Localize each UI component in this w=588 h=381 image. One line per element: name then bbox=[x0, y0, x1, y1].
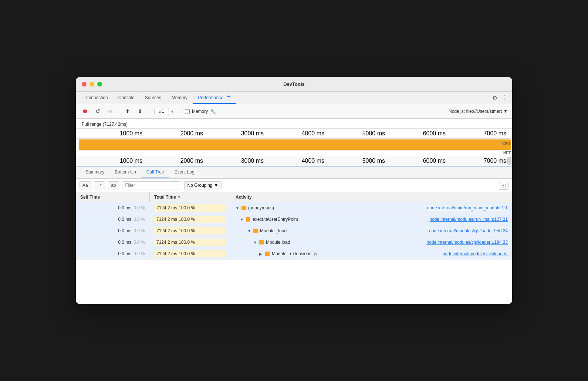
timeline-ruler-bottom: 1000 ms 2000 ms 3000 ms 4000 ms 5000 ms … bbox=[76, 156, 512, 166]
toolbar-separator-3 bbox=[178, 108, 178, 115]
traffic-lights bbox=[82, 82, 102, 87]
ruler-mark-b2: 2000 ms bbox=[180, 158, 203, 164]
upload-button[interactable]: ⬆ bbox=[123, 107, 132, 116]
ruler-mark-4: 4000 ms bbox=[302, 130, 324, 137]
activity-link-2[interactable]: node:internal/modules/cjs/loader:950:24 bbox=[429, 228, 508, 233]
record-id-area: ▼ bbox=[154, 108, 174, 115]
td-total-time-1: 7124.2 ms 100.0 % bbox=[150, 214, 231, 225]
expand-arrow-4[interactable]: ▶ bbox=[259, 252, 263, 256]
clear-button[interactable]: ⊘ bbox=[105, 107, 115, 116]
tab-performance[interactable]: Performance ⚗ bbox=[193, 92, 236, 104]
ruler-mark-b4: 4000 ms bbox=[302, 158, 324, 164]
td-activity-3: ▼ Module.load node:internal/modules/cjs/… bbox=[231, 237, 512, 248]
table-row[interactable]: 0.0 ms 0.0 % 7124.2 ms 100.0 % ▼ Module.… bbox=[76, 225, 512, 237]
sort-arrow: ▼ bbox=[178, 195, 181, 199]
expand-arrow-3[interactable]: ▼ bbox=[253, 240, 257, 245]
color-box-3 bbox=[259, 240, 264, 245]
ruler-mark-b6: 6000 ms bbox=[423, 158, 446, 164]
ruler-mark-2: 2000 ms bbox=[180, 130, 203, 137]
tab-event-log[interactable]: Event Log bbox=[169, 166, 200, 178]
toolbar-right: Node.js: file:///Users/stmart ▼ bbox=[449, 109, 508, 114]
title-bar: DevTools bbox=[76, 77, 512, 92]
table-row[interactable]: 0.0 ms 0.0 % 7124.2 ms 100.0 % ▼ execute… bbox=[76, 214, 512, 225]
aa-filter-button[interactable]: Aa bbox=[80, 181, 91, 189]
tab-call-tree[interactable]: Call Tree bbox=[141, 166, 169, 178]
tab-memory[interactable]: Memory bbox=[166, 92, 193, 104]
memory-tool-icon: 🔧 bbox=[210, 109, 216, 114]
activity-link-3[interactable]: node:internal/modules/cjs/loader:1194:33 bbox=[427, 240, 508, 245]
td-self-time-2: 0.0 ms 0.0 % bbox=[76, 225, 150, 236]
activity-link-4[interactable]: node:internal/modules/cjs/loader: bbox=[443, 251, 508, 256]
grouping-dropdown[interactable]: No Grouping ▼ bbox=[184, 181, 222, 189]
th-activity: Activity bbox=[231, 192, 512, 202]
td-total-time-2: 7124.2 ms 100.0 % bbox=[150, 225, 231, 236]
grouping-arrow: ▼ bbox=[214, 183, 219, 188]
node-selector[interactable]: Node.js: file:///Users/stmart ▼ bbox=[449, 109, 508, 114]
ruler-mark-3: 3000 ms bbox=[241, 130, 264, 137]
scrollbar-thumb[interactable] bbox=[507, 157, 511, 165]
minimize-button[interactable] bbox=[89, 82, 94, 87]
th-self-time: Self Time bbox=[76, 192, 150, 202]
maximize-button[interactable] bbox=[97, 82, 102, 87]
toolbar: ⏺ ↺ ⊘ ⬆ ⬇ ▼ Memory 🔧 Node.js: file:///Us… bbox=[76, 104, 512, 119]
color-box-4 bbox=[265, 252, 270, 256]
total-bar-0: 7124.2 ms 100.0 % bbox=[154, 204, 226, 212]
timeline-ruler-top: 1000 ms 2000 ms 3000 ms 4000 ms 5000 ms … bbox=[76, 129, 512, 139]
expand-arrow-1[interactable]: ▼ bbox=[240, 218, 244, 222]
color-box-0 bbox=[241, 206, 246, 210]
table-row[interactable]: 0.0 ms 0.0 % 7124.2 ms 100.0 % ▶ Module.… bbox=[76, 248, 512, 260]
download-button[interactable]: ⬇ bbox=[135, 107, 145, 116]
ruler-mark-1: 1000 ms bbox=[120, 130, 142, 137]
ruler-mark-5: 5000 ms bbox=[362, 130, 385, 137]
node-dropdown-arrow: ▼ bbox=[503, 109, 508, 114]
total-bar-3: 7124.2 ms 100.0 % bbox=[154, 239, 226, 246]
td-self-time-0: 0.0 ms 0.0 % bbox=[76, 202, 150, 213]
close-button[interactable] bbox=[82, 82, 87, 87]
regex-filter-button[interactable]: .* bbox=[94, 181, 105, 189]
record-dropdown-arrow[interactable]: ▼ bbox=[170, 109, 174, 114]
timeline-range-header: Full range (7127.42ms) bbox=[76, 119, 512, 129]
filter-bar: Aa .* ab No Grouping ▼ ⊡ bbox=[76, 179, 512, 192]
activity-link-1[interactable]: node:internal/modules/run_main:127:31 bbox=[430, 217, 508, 222]
memory-checkbox[interactable] bbox=[185, 109, 190, 114]
color-box-1 bbox=[246, 217, 250, 222]
tab-bottom-up[interactable]: Bottom-Up bbox=[109, 166, 141, 178]
devtools-window: DevTools Connection Console Sources Memo… bbox=[76, 77, 512, 304]
th-total-time[interactable]: Total Time ▼ bbox=[150, 192, 231, 202]
table-row[interactable]: 0.0 ms 0.0 % 7124.2 ms 100.0 % ▼ Module.… bbox=[76, 237, 512, 248]
tab-sources[interactable]: Sources bbox=[140, 92, 166, 104]
tab-summary[interactable]: Summary bbox=[80, 166, 109, 178]
td-self-time-4: 0.0 ms 0.0 % bbox=[76, 248, 150, 259]
td-total-time-3: 7124.2 ms 100.0 % bbox=[150, 237, 231, 248]
memory-label: Memory bbox=[192, 109, 208, 114]
flask-icon: ⚗ bbox=[226, 95, 231, 100]
record-button[interactable]: ⏺ bbox=[80, 107, 90, 116]
td-self-time-1: 0.0 ms 0.0 % bbox=[76, 214, 150, 225]
table-row[interactable]: 0.0 ms 0.0 % 7124.2 ms 100.0 % ▼ (anonym… bbox=[76, 202, 512, 214]
total-bar-1: 7124.2 ms 100.0 % bbox=[154, 216, 226, 223]
case-filter-button[interactable]: ab bbox=[108, 181, 119, 189]
toolbar-separator-1 bbox=[119, 108, 119, 115]
tab-console[interactable]: Console bbox=[113, 92, 140, 104]
node-label: Node.js: file:///Users/stmart bbox=[449, 109, 502, 114]
range-label: Full range (7127.42ms) bbox=[82, 122, 128, 127]
color-box-2 bbox=[253, 229, 258, 233]
activity-link-0[interactable]: node:internal/main/run_main_module:1:1 bbox=[427, 205, 508, 210]
td-self-time-3: 0.0 ms 0.0 % bbox=[76, 237, 150, 248]
ruler-mark-b3: 3000 ms bbox=[241, 158, 264, 164]
filter-input[interactable] bbox=[122, 181, 181, 189]
table-body: 0.0 ms 0.0 % 7124.2 ms 100.0 % ▼ (anonym… bbox=[76, 202, 512, 304]
cpu-label: CPU bbox=[502, 142, 510, 146]
settings-icon[interactable]: ⚙ bbox=[492, 94, 497, 101]
tab-connection[interactable]: Connection bbox=[80, 92, 113, 104]
table-header: Self Time Total Time ▼ Activity bbox=[76, 192, 512, 202]
expand-arrow-2[interactable]: ▼ bbox=[247, 229, 251, 233]
expand-arrow-0[interactable]: ▼ bbox=[236, 206, 239, 210]
panel-toggle-button[interactable]: ⊡ bbox=[499, 181, 508, 190]
ruler-marks-top: 1000 ms 2000 ms 3000 ms 4000 ms 5000 ms … bbox=[82, 130, 506, 137]
window-title: DevTools bbox=[283, 81, 305, 87]
reload-button[interactable]: ↺ bbox=[93, 107, 102, 116]
more-icon[interactable]: ⋮ bbox=[502, 94, 508, 101]
record-id-input[interactable] bbox=[154, 108, 169, 115]
cpu-bar bbox=[79, 139, 511, 150]
